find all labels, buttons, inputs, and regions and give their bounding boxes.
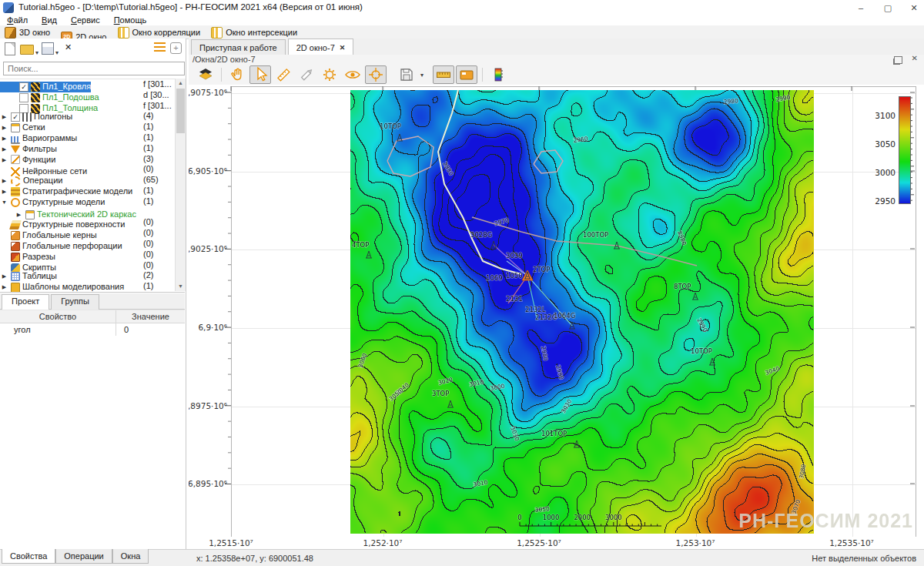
tree-item-Фильтры[interactable]: ▶Фильтры(1)	[0, 143, 185, 154]
tree-scrollbar[interactable]: ▲ ▼	[175, 79, 186, 291]
expand-arrow-icon[interactable]: ▶	[0, 186, 8, 197]
tab-Операции[interactable]: Операции	[55, 549, 112, 564]
x-axis-label: 1,2535·10⁷	[817, 538, 886, 548]
dropdown-caret-icon[interactable]: ▾	[35, 49, 38, 56]
pan-tool-icon	[228, 65, 246, 84]
measure-tool-button[interactable]	[273, 65, 294, 84]
tree-item-Таблицы[interactable]: ▶Таблицы(2)	[0, 270, 185, 281]
tree-item-Пл1_Толщина[interactable]: Пл1_Толщинаf [301...	[0, 101, 185, 112]
edit-tool-icon	[297, 65, 316, 84]
tree-item-Операции[interactable]: ▶Операции(65)	[0, 175, 185, 186]
menu-Вид[interactable]: Вид	[35, 15, 64, 25]
tree-item-Шаблоны моделирования[interactable]: ▶Шаблоны моделирования(1)	[0, 281, 185, 292]
settings-button[interactable]	[154, 42, 166, 54]
tree-item-Разрезы[interactable]: Разрезы(0)	[0, 250, 185, 260]
dropdown-caret-icon[interactable]: ▾	[55, 49, 59, 56]
tables-icon	[11, 272, 20, 281]
palette-tool-button[interactable]	[487, 65, 509, 84]
save-image-tool-button[interactable]	[396, 65, 417, 84]
tree-item-Нейронные сети[interactable]: Нейронные сети(0)	[0, 164, 185, 175]
tree-item-Глобальные перфорации[interactable]: Глобальные перфорации(0)	[0, 239, 185, 250]
tree-item-Вариограммы[interactable]: ▶Вариограммы(1)	[0, 132, 185, 143]
tree-item-Функции[interactable]: ▶Функции(3)	[0, 154, 185, 165]
tree-item-Тектонический 2D каркас[interactable]: ▶Тектонический 2D каркас	[0, 207, 185, 218]
save-button[interactable]: ▾	[42, 42, 59, 56]
expand-arrow-icon[interactable]: ▶	[0, 155, 8, 166]
minimize-button[interactable]: –	[849, 2, 872, 14]
maximize-button[interactable]: ▢	[876, 2, 899, 14]
tab-Группы[interactable]: Группы	[51, 294, 99, 310]
map-viewport[interactable]: 2970298029802980299029902990300030103020…	[189, 85, 924, 537]
scalebar-tool-button[interactable]	[433, 65, 454, 84]
tab-close-icon[interactable]: ✕	[340, 40, 346, 55]
edit-tool-button[interactable]	[296, 65, 317, 84]
tree-item-Стратиграфические модели[interactable]: ▶Стратиграфические модели(1)	[0, 186, 185, 196]
legend-tick-label: 3100	[869, 111, 896, 120]
menu-Помощь[interactable]: Помощь	[107, 15, 154, 25]
menu-Сервис[interactable]: Сервис	[64, 15, 107, 25]
tree-item-Глобальные керны[interactable]: Глобальные керны(0)	[0, 228, 185, 239]
tree-item-Пл1_Подошва[interactable]: Пл1_Подошваd [30...	[0, 90, 185, 101]
expand-arrow-icon[interactable]: ▶	[0, 122, 8, 133]
win3d-icon	[5, 27, 16, 39]
contour-map-canvas[interactable]	[350, 90, 814, 534]
x-axis-label: 1,252·10⁷	[348, 538, 417, 548]
document-tab-2D окно-7[interactable]: 2D окно-7✕	[288, 39, 354, 55]
filter-icon	[11, 146, 20, 153]
scrollbar-thumb[interactable]	[176, 89, 185, 133]
scroll-up-icon[interactable]: ▲	[176, 79, 186, 88]
expand-arrow-icon[interactable]: ▶	[0, 282, 8, 293]
tree-item-Полигоны[interactable]: ▶✓Полигоны(4)	[0, 111, 185, 122]
settings-tool-button[interactable]	[319, 65, 340, 84]
save-image-tool-icon	[397, 65, 416, 84]
expand-arrow-icon[interactable]: ▶	[0, 112, 8, 122]
layers-tool-button[interactable]	[195, 65, 216, 84]
tab-Свойства[interactable]: Свойства	[2, 549, 55, 564]
open-icon	[20, 45, 34, 55]
cursor-tool-icon	[251, 65, 270, 84]
expand-arrow-icon[interactable]: ▶	[0, 133, 8, 144]
tree-item-Структурные поверхности[interactable]: Структурные поверхности(0)	[0, 217, 185, 228]
float-pane-button[interactable]	[894, 56, 902, 64]
window-title: Tutorial.h5geo - [D:\temp\Tutorial.h5geo…	[18, 2, 363, 12]
tree-item-value: f [301...	[143, 79, 172, 90]
tree-item-value: (65)	[143, 175, 159, 186]
visibility-checkbox[interactable]: ✓	[11, 112, 20, 122]
project-tree: ✓Пл1_Кровляf [301...Пл1_Подошваd [30...П…	[0, 79, 185, 293]
toolbar-button-3D окно[interactable]: 3D окно	[0, 25, 56, 39]
tab-Проект[interactable]: Проект	[2, 294, 49, 310]
colorbar-tool-button[interactable]	[456, 65, 477, 84]
toolbar-button-Окно корреляции[interactable]: Окно корреляции	[113, 25, 207, 39]
collapse-arrow-icon[interactable]: ▼	[0, 197, 8, 208]
tree-item-main: ▶Операции	[0, 176, 62, 186]
cursor-tool-button[interactable]	[249, 65, 271, 84]
toolbar-button-label: 3D окно	[19, 28, 50, 37]
tree-item-Скрипты[interactable]: Скрипты(0)	[0, 260, 185, 271]
tree-item-label: Вариограммы	[22, 133, 77, 144]
expand-arrow-icon[interactable]: ▶	[0, 144, 8, 155]
pan-tool-button[interactable]	[226, 65, 248, 84]
scroll-down-icon[interactable]: ▼	[176, 282, 186, 291]
new-button[interactable]	[5, 42, 15, 57]
delete-button[interactable]: ✕	[65, 42, 72, 52]
expand-arrow-icon[interactable]: ▶	[0, 176, 8, 186]
tree-item-Пл1_Кровля[interactable]: ✓Пл1_Кровляf [301...	[0, 79, 185, 90]
templates-icon	[11, 283, 20, 293]
layers-tool-icon	[196, 65, 215, 84]
close-pane-button[interactable]: ✕	[912, 54, 918, 62]
menu-Файл[interactable]: Файл	[0, 15, 35, 25]
tree-item-Сетки[interactable]: ▶Сетки(1)	[0, 122, 185, 132]
open-button[interactable]: ▾	[20, 42, 38, 56]
tree-item-Структурные модели[interactable]: ▼Структурные модели(1)	[0, 196, 185, 207]
expand-arrow-icon[interactable]: ▶	[0, 271, 8, 282]
document-tab-Приступая к работе[interactable]: Приступая к работе	[191, 39, 286, 55]
add-button[interactable]: +	[170, 42, 182, 54]
tab-Окна[interactable]: Окна	[112, 549, 149, 564]
crosshair-tool-button[interactable]	[365, 65, 387, 84]
property-value[interactable]: 0	[116, 323, 185, 336]
dropdown-caret-icon[interactable]: ▾	[420, 72, 424, 79]
toolbar-button-Окно интерсекции[interactable]: Окно интерсекции	[206, 25, 303, 39]
search-input[interactable]	[3, 62, 185, 75]
close-button[interactable]: ✕	[902, 2, 924, 14]
visibility-tool-button[interactable]	[342, 65, 363, 84]
